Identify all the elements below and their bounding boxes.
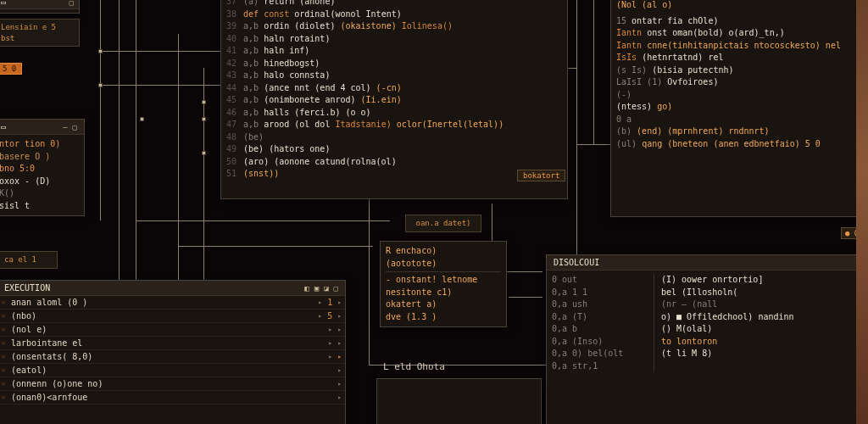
code-line: 40a,b haln rotaint) xyxy=(226,33,562,46)
icon-c[interactable]: ◪ xyxy=(324,284,328,293)
exec-row[interactable]: ◦anan aloml (0 )▸1▸ xyxy=(0,296,345,310)
icon-d[interactable]: ▢ xyxy=(334,284,338,293)
code-line: 42a,b hinedbogst) xyxy=(226,58,562,70)
panel-below-caption xyxy=(376,378,542,424)
line: 0,a 0) bel(olt xyxy=(552,348,645,360)
line: 0 out xyxy=(552,274,645,287)
line: (ul) qang (bneteon (anen edbnetfaio) 5 0 xyxy=(616,138,867,151)
panel-main-code: 37(a) return (anone) 38def const ordinal… xyxy=(220,0,568,199)
icon-b[interactable]: ▣ xyxy=(314,284,319,293)
exec-row[interactable]: ◦(eatol)▸ xyxy=(0,364,345,377)
min-icon[interactable]: – xyxy=(63,123,67,131)
line: LaIsI (1) Ovfoiroes) xyxy=(616,76,867,89)
code-line: 39a,b ordin (diolet) (okaistone) Iolines… xyxy=(226,20,562,33)
line: (-) xyxy=(616,89,867,102)
line: IsIs (hetnrtatnd) rel xyxy=(616,52,867,64)
image-edge xyxy=(856,0,868,424)
line: oxox - (D) xyxy=(0,176,79,188)
line: 0,a (T) xyxy=(552,311,645,324)
line: ntor tion 0) xyxy=(0,138,79,151)
line: 0 a xyxy=(616,114,867,126)
line: () M(olal) xyxy=(661,323,867,336)
exec-row[interactable]: ◦(nol e)▸▸ xyxy=(0,323,345,337)
line: 15 ontatr fia chOle) xyxy=(616,15,867,28)
code-line: 51(snst)) xyxy=(226,168,562,181)
line: 0,a 1 1 xyxy=(552,287,645,299)
panel-top-left: ▭ ▢ xyxy=(0,0,80,14)
line: Iantn onst oman(bold) o(ard)_tn,) xyxy=(616,27,867,40)
exec-row[interactable]: ◦(nbo)▸5▸ xyxy=(0,310,345,323)
panel-title: EXECUTION xyxy=(4,283,50,293)
line: to lontoron xyxy=(661,336,867,349)
sq-icon[interactable]: ▢ xyxy=(73,123,77,131)
code-line: 50(aro) (aonone catund(rolna(ol) xyxy=(226,156,562,169)
icon-a[interactable]: ◧ xyxy=(304,284,309,293)
close-icon[interactable]: ▢ xyxy=(70,0,74,7)
line: bel (Illosholn( xyxy=(661,287,867,299)
line: o) ■ Offiledchool) nandinn xyxy=(661,311,867,324)
left-slice: Lensiain e 5 bst xyxy=(0,19,80,47)
line: (I) oower onrtortio] xyxy=(661,274,867,287)
code-line: 44a,b (ance nnt (end 4 col) (-cn) xyxy=(226,82,562,95)
line: basere O ) xyxy=(0,151,79,164)
exec-row[interactable]: ◦(onan0)<arnfoue▸ xyxy=(0,391,345,404)
text: Lensiain e 5 xyxy=(1,22,74,33)
text: ca el 1 xyxy=(4,254,52,265)
line: (ntess) go) xyxy=(616,101,867,114)
line: nesitonte c1) xyxy=(386,287,501,299)
annotation-tag[interactable]: bokatort xyxy=(517,170,565,181)
code-line: 46a,b halls (ferci.b) (o o) xyxy=(226,107,562,120)
line: K() xyxy=(0,187,79,200)
line: 0,a str,1 xyxy=(552,360,645,373)
panel-title: ▭ xyxy=(1,122,6,131)
panel-execution: EXECUTION ◧ ▣ ◪ ▢ ◦anan aloml (0 )▸1▸ ◦(… xyxy=(0,280,346,424)
panel-popup: R enchaco) (aototote) - onstant! letnome… xyxy=(380,241,507,327)
code-line: 47a,b arood (ol dol Itadstanie) oclor(In… xyxy=(226,119,562,131)
text: bst xyxy=(1,33,74,44)
panel-title: ▭ xyxy=(1,0,6,7)
line: dve (1.3 ) xyxy=(386,311,501,324)
line: R enchaco) xyxy=(386,245,501,258)
code-line: 48(be) xyxy=(226,131,562,144)
code-line: 41a,b haln inf) xyxy=(226,45,562,58)
line: (t li M 8) xyxy=(661,348,867,360)
code-line: 37(a) return (anone) xyxy=(226,0,562,8)
line: (nr — (nall xyxy=(661,298,867,311)
line: - onstant! letnome xyxy=(386,274,501,287)
code-line: 38def const ordinal(wonol Intent) xyxy=(226,8,562,21)
exec-row[interactable]: ◦(onsentats( 8,0)▸▸ xyxy=(0,350,345,364)
line: 0,a ush xyxy=(552,298,645,311)
exec-row[interactable]: ◦larbointane el▸▸ xyxy=(0,337,345,350)
code-line: 49(be) (hators one) xyxy=(226,143,562,156)
panel-right-top: (Nol (al o) 15 ontatr fia chOle) Iantn o… xyxy=(610,0,868,217)
text: oan.a datet) xyxy=(411,218,476,229)
panel-left-mid: ▭ –▢ ntor tion 0) basere O ) bno 5:0 oxo… xyxy=(0,119,85,216)
line: 0,a b xyxy=(552,323,645,336)
line: (s Is) (bisia putectnh) xyxy=(616,64,867,77)
code-line: 45a,b (onimbonete anrod) (Ii.ein) xyxy=(226,94,562,107)
marker-pill: 5 0 xyxy=(0,63,22,75)
side-label: oan.a datet) xyxy=(405,215,481,232)
panel-title: DISOLCOUI xyxy=(554,258,599,267)
line: (b) (end) (mprnhrent) rndnnrt) xyxy=(616,126,867,138)
line: bno 5:0 xyxy=(0,163,79,176)
line: sisl t xyxy=(0,200,79,213)
panel-right-bottom: DISOLCOUI ⚙ 0 out 0,a 1 1 0,a ush 0,a (T… xyxy=(546,254,868,424)
line: (aototote) xyxy=(386,258,501,271)
line: Iantn cnne(tinhitanpictais ntocosckesto)… xyxy=(616,40,867,53)
left-tiny-label: ca el 1 xyxy=(0,251,58,269)
line: 0,a (Inso) xyxy=(552,336,645,349)
code-line: 43a,b halo connsta) xyxy=(226,70,562,82)
label-chart-caption: L eld Ohota xyxy=(383,361,445,372)
exec-row[interactable]: ◦(onnenn (o)one no)▸ xyxy=(0,377,345,391)
line: (Nol (al o) xyxy=(616,0,867,12)
line: okatert a) xyxy=(386,298,501,311)
